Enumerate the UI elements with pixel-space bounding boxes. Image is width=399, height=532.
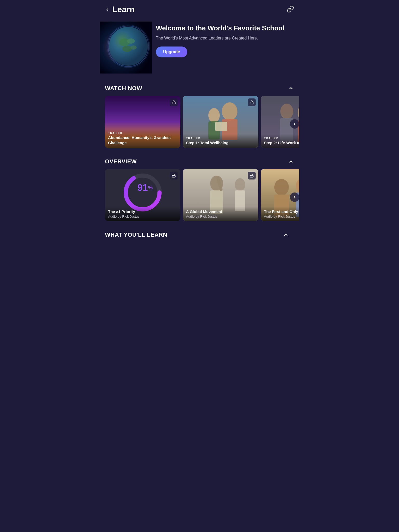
overview-collapse-icon[interactable] [288,158,294,165]
svg-point-36 [235,178,245,191]
svg-rect-17 [250,102,253,104]
card-name-ov-1: The #1 Priority [108,209,177,214]
card-label-3: TRAILER Step 2: Life-Work Imbalance [261,134,299,148]
globe-svg [100,22,152,74]
overview-next-arrow[interactable] [290,192,299,202]
what-you-learn-title: WHAT YOU'LL LEARN [105,231,167,238]
lock-icon-1 [172,100,176,104]
card-tag-3: TRAILER [264,137,299,140]
what-you-learn-section: WHAT YOU'LL LEARN [100,225,299,242]
card-label-1: TRAILER Abundance: Humanity's Grandest C… [105,129,180,148]
card-label-ov-2: A Global Movement Audio by Rick Justus [183,207,258,221]
hero-title: Welcome to the World's Favorite School [156,24,294,32]
watch-now-card-1[interactable]: TRAILER Abundance: Humanity's Grandest C… [105,96,180,148]
svg-point-5 [122,46,132,52]
hero-globe-image [100,22,152,74]
watch-now-header: WATCH NOW [105,79,299,96]
svg-rect-9 [172,102,175,104]
lock-badge-1 [170,98,178,106]
overview-cards: 91 % The #1 Priority Audio by Rick Justu… [105,169,299,225]
watch-now-next-arrow[interactable] [290,119,299,129]
card-sub-ov-3: Audio by Rick Justus [264,215,299,218]
watch-now-section: WATCH NOW TRAILER Abundance: Humanity's … [100,79,299,152]
svg-rect-16 [215,122,227,131]
page-title: Learn [112,5,135,14]
back-button[interactable]: Learn [105,5,135,14]
lock-badge-ov-2 [248,172,256,179]
card-label-2: TRAILER Step 1: Total Wellbeing [183,134,258,148]
back-arrow-icon [105,7,110,12]
svg-rect-38 [250,175,253,177]
overview-section: OVERVIEW [100,152,299,225]
svg-point-22 [280,104,293,119]
svg-point-4 [127,38,135,44]
lock-icon-2 [250,100,254,104]
overview-scroll-wrapper: 91 % The #1 Priority Audio by Rick Justu… [105,169,299,225]
card-name-2: Step 1: Total Wellbeing [186,140,255,145]
hero-content: Welcome to the World's Favorite School T… [156,22,294,57]
card-name-ov-2: A Global Movement [186,209,255,214]
svg-text:%: % [148,185,153,190]
lock-badge-2 [248,98,256,106]
watch-now-collapse-icon[interactable] [288,85,294,91]
card-tag-1: TRAILER [108,131,177,135]
hero-subtitle: The World's Most Advanced Leaders are Cr… [156,35,294,41]
svg-point-12 [222,102,237,121]
watch-now-scroll-wrapper: TRAILER Abundance: Humanity's Grandest C… [105,96,299,152]
card-name-3: Step 2: Life-Work Imbalance [264,140,299,145]
hero-section: Welcome to the World's Favorite School T… [100,19,299,79]
watch-now-card-2[interactable]: TRAILER Step 1: Total Wellbeing [183,96,258,148]
overview-card-2[interactable]: A Global Movement Audio by Rick Justus [183,169,258,221]
watch-now-cards: TRAILER Abundance: Humanity's Grandest C… [105,96,299,152]
svg-rect-30 [172,175,175,177]
svg-point-6 [130,45,137,50]
share-link-button[interactable] [287,5,294,14]
overview-header: OVERVIEW [105,152,299,169]
watch-now-title: WATCH NOW [105,85,142,92]
svg-point-41 [274,179,289,196]
upgrade-button[interactable]: Upgrade [156,46,187,57]
lock-icon-ov-2 [250,174,254,178]
header: Learn [100,0,299,19]
lock-badge-ov-1 [170,172,178,179]
card-label-ov-1: The #1 Priority Audio by Rick Justus [105,207,180,221]
card-sub-ov-2: Audio by Rick Justus [186,215,255,218]
lock-icon-ov-1 [172,174,176,178]
what-you-learn-header: WHAT YOU'LL LEARN [105,225,294,242]
overview-title: OVERVIEW [105,158,137,165]
svg-text:91: 91 [137,182,148,193]
card-sub-ov-1: Audio by Rick Justus [108,215,177,218]
overview-card-1[interactable]: 91 % The #1 Priority Audio by Rick Justu… [105,169,180,221]
card-name-1: Abundance: Humanity's Grandest Challenge [108,135,177,145]
link-icon [287,5,294,13]
card-name-ov-3: The First and Only Solution [264,209,299,214]
svg-point-14 [208,108,220,123]
what-you-learn-collapse-icon[interactable] [283,232,289,238]
card-label-ov-3: The First and Only Solution Audio by Ric… [261,207,299,221]
card-tag-2: TRAILER [186,137,255,140]
